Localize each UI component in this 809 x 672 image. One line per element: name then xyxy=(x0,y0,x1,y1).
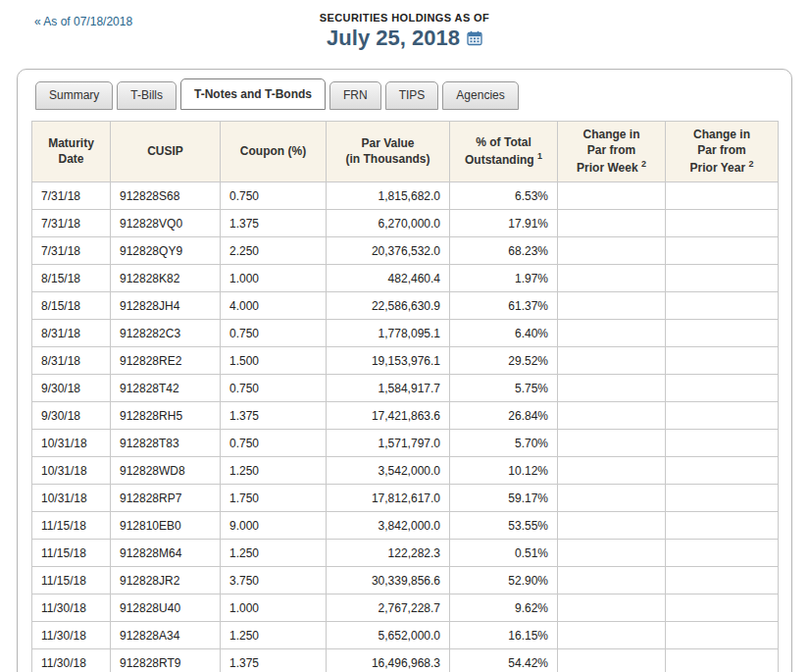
table-row: 11/30/18912828RT91.37516,496,968.354.42% xyxy=(32,649,779,672)
table-cell: 1.250 xyxy=(221,622,327,649)
calendar-icon[interactable] xyxy=(467,30,482,46)
table-row: 10/31/18912828RP71.75017,812,617.059.17% xyxy=(32,485,779,512)
table-cell: 9128282C3 xyxy=(111,320,221,347)
table-cell: 10/31/18 xyxy=(32,457,111,485)
table-cell: 1.000 xyxy=(221,594,327,622)
table-cell: 1.375 xyxy=(221,649,327,672)
table-cell xyxy=(558,375,666,402)
table-cell: 2,767,228.7 xyxy=(327,594,450,622)
table-cell xyxy=(558,622,666,649)
table-cell: 5,652,000.0 xyxy=(327,622,450,649)
table-cell: 912828S68 xyxy=(111,182,221,210)
table-cell xyxy=(666,622,779,649)
table-cell: 122,282.3 xyxy=(327,540,450,567)
table-cell: 8/15/18 xyxy=(32,292,111,320)
table-row: 7/31/18912828VQ01.3756,270,000.017.91% xyxy=(32,210,779,237)
table-row: 7/31/18912828S680.7501,815,682.06.53% xyxy=(32,182,779,210)
table-cell: 912810EB0 xyxy=(111,512,221,540)
page-header: « As of 07/18/2018 SECURITIES HOLDINGS A… xyxy=(0,0,809,51)
table-cell xyxy=(558,485,666,512)
table-cell: 912828RH5 xyxy=(111,402,221,430)
tab-agencies[interactable]: Agencies xyxy=(442,81,518,110)
table-cell: 912828QY9 xyxy=(111,237,221,265)
tab-tips[interactable]: TIPS xyxy=(385,81,439,110)
table-cell xyxy=(558,402,666,430)
table-cell: 30,339,856.6 xyxy=(327,567,450,594)
table-cell: 912828RP7 xyxy=(111,485,221,512)
holdings-table: MaturityDateCUSIPCoupon (%)Par Value(in … xyxy=(31,121,779,672)
table-cell: 11/30/18 xyxy=(32,622,111,649)
table-row: 10/31/18912828T830.7501,571,797.05.70% xyxy=(32,430,779,457)
table-cell xyxy=(558,430,666,457)
table-cell: 912828T83 xyxy=(111,430,221,457)
previous-date-link[interactable]: « As of 07/18/2018 xyxy=(34,15,132,28)
table-cell: 10/31/18 xyxy=(32,430,111,457)
table-row: 8/31/189128282C30.7501,778,095.16.40% xyxy=(32,320,779,347)
table-cell: 912828A34 xyxy=(111,622,221,649)
table-cell: 482,460.4 xyxy=(327,265,450,292)
table-row: 8/15/18912828K821.000482,460.41.97% xyxy=(32,265,779,292)
table-cell xyxy=(558,265,666,292)
table-cell: 912828K82 xyxy=(111,265,221,292)
table-cell: 912828WD8 xyxy=(111,457,221,485)
tab-frn[interactable]: FRN xyxy=(329,81,381,110)
table-cell xyxy=(666,210,779,237)
table-cell: 11/15/18 xyxy=(32,512,111,540)
table-cell: 9.000 xyxy=(221,512,327,540)
table-cell: 16.15% xyxy=(450,622,558,649)
table-cell xyxy=(666,237,779,265)
table-cell xyxy=(558,292,666,320)
table-cell xyxy=(666,375,779,402)
table-cell: 9.62% xyxy=(450,594,558,622)
table-row: 11/15/18912828M641.250122,282.30.51% xyxy=(32,540,779,567)
table-cell xyxy=(666,182,779,210)
tab-t-bills[interactable]: T-Bills xyxy=(117,81,177,110)
table-cell: 0.750 xyxy=(221,430,327,457)
table-cell: 7/31/18 xyxy=(32,237,111,265)
column-header: Change inPar fromPrior Year 2 xyxy=(666,122,779,182)
table-cell: 912828M64 xyxy=(111,540,221,567)
table-cell: 912828T42 xyxy=(111,375,221,402)
table-body: 7/31/18912828S680.7501,815,682.06.53%7/3… xyxy=(32,182,779,672)
table-cell xyxy=(666,402,779,430)
column-header: % of TotalOutstanding 1 xyxy=(450,122,558,182)
table-cell: 9/30/18 xyxy=(32,402,111,430)
table-row: 10/31/18912828WD81.2503,542,000.010.12% xyxy=(32,457,779,485)
table-cell: 7/31/18 xyxy=(32,182,111,210)
table-cell: 61.37% xyxy=(450,292,558,320)
table-cell: 0.750 xyxy=(221,320,327,347)
table-cell xyxy=(666,567,779,594)
table-cell: 54.42% xyxy=(450,649,558,672)
column-header: Par Value(in Thousands) xyxy=(327,122,450,182)
table-cell: 52.90% xyxy=(450,567,558,594)
table-cell: 17,421,863.6 xyxy=(327,402,450,430)
table-cell xyxy=(666,457,779,485)
table-cell: 6.53% xyxy=(450,182,558,210)
table-cell: 2.250 xyxy=(221,237,327,265)
table-cell: 1,584,917.7 xyxy=(327,375,450,402)
table-cell: 1.250 xyxy=(221,457,327,485)
table-cell: 1.500 xyxy=(221,347,327,375)
table-cell xyxy=(666,347,779,375)
table-row: 8/31/18912828RE21.50019,153,976.129.52% xyxy=(32,347,779,375)
table-cell: 1,778,095.1 xyxy=(327,320,450,347)
table-cell: 29.52% xyxy=(450,347,558,375)
tab-summary[interactable]: Summary xyxy=(35,81,113,110)
table-cell: 1.750 xyxy=(221,485,327,512)
table-cell: 10.12% xyxy=(450,457,558,485)
table-cell: 6,270,000.0 xyxy=(327,210,450,237)
table-cell xyxy=(558,182,666,210)
table-row: 9/30/18912828RH51.37517,421,863.626.84% xyxy=(32,402,779,430)
table-cell: 912828U40 xyxy=(111,594,221,622)
table-cell: 8/31/18 xyxy=(32,320,111,347)
table-cell: 17.91% xyxy=(450,210,558,237)
table-cell: 1,571,797.0 xyxy=(327,430,450,457)
table-cell: 912828JR2 xyxy=(111,567,221,594)
table-cell: 1.250 xyxy=(221,540,327,567)
page-title: July 25, 2018 xyxy=(327,26,460,51)
table-cell: 3,542,000.0 xyxy=(327,457,450,485)
table-cell: 8/15/18 xyxy=(32,265,111,292)
tab-t-notes-and-t-bonds[interactable]: T-Notes and T-Bonds xyxy=(180,78,326,110)
table-cell xyxy=(558,457,666,485)
table-cell: 7/31/18 xyxy=(32,210,111,237)
